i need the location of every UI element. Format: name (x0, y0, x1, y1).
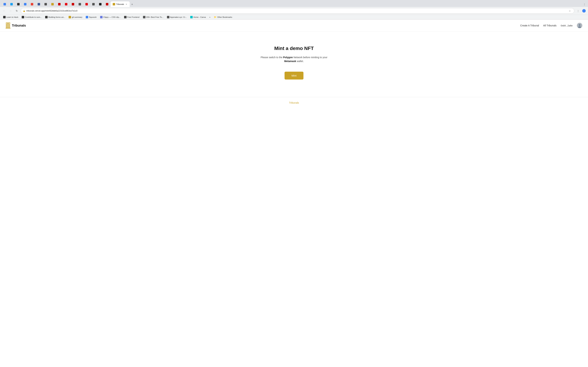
logo-text: Tribunals (12, 24, 26, 27)
bookmark-building-forms[interactable]: Building forms usi... (44, 16, 67, 19)
tab-11[interactable] (70, 1, 76, 7)
svg-rect-5 (6, 28, 10, 28)
bookmark-label: Squoosh (89, 16, 96, 18)
bookmark-label: git summary (72, 16, 82, 18)
tab-10[interactable] (63, 1, 69, 7)
tab-7[interactable] (42, 1, 49, 7)
bookmark-label: Contribute to som... (25, 16, 42, 18)
tab-favicon (38, 3, 40, 5)
tab-favicon (31, 3, 33, 5)
active-tab-title: Tribunals (116, 3, 124, 5)
tab-8[interactable] (49, 1, 56, 7)
tab-14[interactable] (90, 1, 97, 7)
svg-rect-7 (6, 22, 10, 23)
page-content: Tribunals Create A Tribunal All Tribunal… (0, 20, 588, 367)
new-tab-button[interactable]: + (130, 2, 134, 7)
lock-icon: 🔒 (23, 10, 25, 12)
bookmark-learn-to-hack[interactable]: Learn to Hack (2, 16, 20, 19)
tab-favicon (3, 3, 6, 5)
tab-5[interactable] (29, 1, 35, 7)
wallet-address: 0xb9...2a6e (561, 24, 573, 27)
footer-tribunals-link[interactable]: Tribunals (289, 101, 299, 104)
bookmark-200-best[interactable]: 200+ Best Free To... (142, 16, 165, 19)
tab-favicon (17, 3, 20, 5)
bookmark-free-frontend[interactable]: Free Frontend (123, 16, 141, 19)
tab-favicon (44, 3, 47, 5)
tab-3[interactable] (15, 1, 22, 7)
bookmark-other[interactable]: 📁 Other Bookmarks (212, 16, 234, 19)
minimize-button[interactable]: ⋮ (582, 2, 587, 7)
site-logo: Tribunals (6, 22, 26, 29)
tab-active[interactable]: Tribunals ✕ (111, 1, 130, 7)
tab-favicon (106, 3, 108, 5)
tab-favicon (99, 3, 102, 5)
bookmark-folder-icon: 📁 (214, 16, 216, 18)
tab-bar-controls: ⋮ (582, 2, 587, 7)
tab-6[interactable] (35, 1, 42, 7)
bookmark-favicon (86, 16, 88, 18)
tab-favicon (58, 3, 61, 5)
bookmark-label: Building forms usi... (48, 16, 65, 18)
svg-rect-2 (8, 23, 8, 28)
tab-9[interactable] (56, 1, 63, 7)
tab-favicon (65, 3, 67, 5)
bookmark-label: 200+ Best Free To... (146, 16, 164, 18)
tab-4[interactable] (22, 1, 28, 7)
svg-rect-6 (6, 23, 10, 23)
tab-12[interactable] (77, 1, 83, 7)
browser-toolbar: ← → ↻ 🔒 tribunals.vercel.app/mint/62bbb6… (0, 7, 588, 15)
tab-16[interactable] (104, 1, 110, 7)
tab-close-button[interactable]: ✕ (125, 3, 128, 5)
extensions-button[interactable]: ⋮ (576, 8, 580, 13)
forward-button[interactable]: → (8, 8, 13, 13)
bookmark-git-summary[interactable]: git summary (67, 16, 84, 19)
address-bar[interactable]: 🔒 tribunals.vercel.app/mint/62bbb6a22315… (21, 8, 574, 14)
tribunals-logo-icon (6, 22, 10, 29)
svg-rect-4 (9, 24, 10, 28)
bookmark-favicon (124, 16, 127, 18)
page-title: Mint a demo NFT (274, 46, 314, 51)
avatar (577, 23, 582, 28)
tab-favicon (92, 3, 95, 5)
page-footer: Tribunals (0, 97, 588, 108)
reload-button[interactable]: ↻ (14, 8, 19, 13)
tab-15[interactable] (97, 1, 104, 7)
main-content: Mint a demo NFT Please switch to the Pol… (0, 32, 588, 90)
bookmark-favicon (69, 16, 71, 18)
polygon-network-name: Polygon (283, 56, 293, 59)
tab-13[interactable] (83, 1, 90, 7)
bookmark-more[interactable]: » (208, 16, 212, 18)
bookmark-label: Appmaker.xyz: Cr... (170, 16, 187, 18)
bookmark-squoosh[interactable]: Squoosh (84, 16, 98, 19)
bookmark-contribute[interactable]: Contribute to som... (20, 16, 43, 19)
bookmark-label: Learn to Hack (6, 16, 18, 18)
create-tribunal-link[interactable]: Create A Tribunal (520, 24, 539, 27)
profile-button[interactable] (582, 8, 586, 13)
tab-1[interactable] (1, 1, 8, 7)
bookmark-more-label: » (209, 16, 210, 18)
bookmark-page-button[interactable]: ☆ (568, 8, 572, 13)
back-button[interactable]: ← (2, 8, 7, 13)
svg-rect-3 (9, 23, 9, 28)
bookmark-favicon (167, 16, 169, 18)
tab-favicon (10, 3, 13, 5)
tab-2[interactable] (8, 1, 15, 7)
description-suffix: wallet. (296, 60, 304, 63)
bookmark-favicon (45, 16, 48, 18)
all-tribunals-link[interactable]: All Tribunals (543, 24, 556, 27)
tab-favicon (51, 3, 54, 5)
bookmark-favicon (22, 16, 24, 18)
bookmark-appmaker[interactable]: Appmaker.xyz: Cr... (165, 16, 188, 19)
bookmark-clippy[interactable]: Clippy — CSS clip... (99, 16, 122, 19)
bookmark-canva[interactable]: Home - Canva (189, 16, 207, 19)
bookmark-label: Free Frontend (127, 16, 139, 18)
site-header: Tribunals Create A Tribunal All Tribunal… (0, 20, 588, 32)
tab-list: Tribunals ✕ + (1, 1, 582, 7)
bookmark-favicon (190, 16, 193, 18)
bookmark-other-label: Other Bookmarks (217, 16, 232, 18)
tab-favicon (24, 3, 26, 5)
bookmark-label: Home - Canva (193, 16, 206, 18)
active-tab-favicon (113, 3, 115, 5)
bookmark-favicon (143, 16, 146, 18)
mint-button[interactable]: Mint (285, 72, 303, 80)
